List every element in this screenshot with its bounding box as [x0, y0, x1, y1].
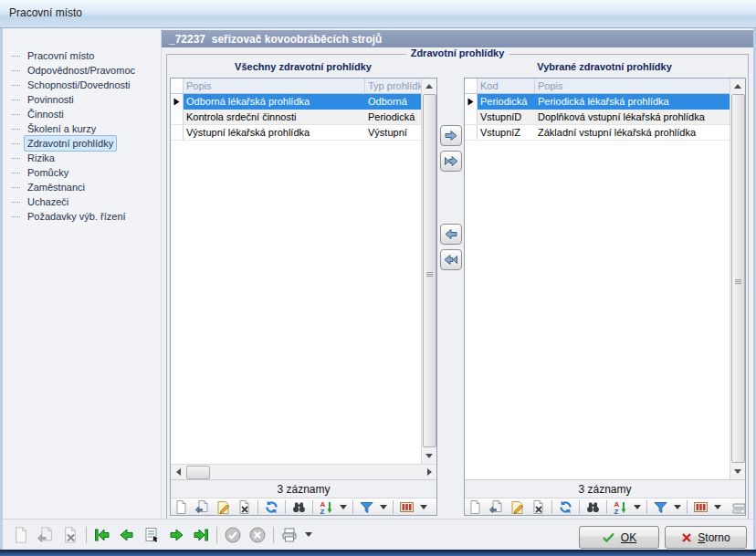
search-binoculars-icon[interactable] [291, 499, 307, 515]
table-row[interactable]: VstupníD Doplňková vstupní lékařská proh… [465, 110, 745, 125]
edit-record-icon[interactable] [509, 499, 525, 515]
column-header-popis[interactable]: Popis [535, 79, 745, 93]
all-checkups-panel: Popis Typ prohlídky Odborná lékařská pro… [170, 78, 437, 516]
filter-dropdown-arrow[interactable] [674, 505, 681, 509]
scrollbar-thumb[interactable] [423, 94, 436, 447]
column-header-typ-prohlidky[interactable]: Typ prohlídky [365, 79, 424, 93]
sidebar-item-uchazeci[interactable]: Uchazeči [12, 194, 159, 209]
print-dropdown-arrow[interactable] [305, 532, 312, 537]
tree-dash [12, 202, 20, 203]
move-selected-right-button[interactable] [440, 125, 462, 146]
delete-record-icon[interactable] [530, 499, 546, 515]
next-record-icon[interactable] [167, 526, 185, 544]
move-selected-left-button[interactable] [440, 224, 462, 245]
move-all-right-button[interactable] [440, 151, 462, 172]
sort-az-icon[interactable]: AZ [319, 499, 334, 515]
sidebar-item-odpovednost[interactable]: Odpovědnost/Pravomoc [12, 63, 159, 78]
sidebar-item-skoleni[interactable]: Školení a kurzy [12, 121, 159, 136]
sidebar-item-schopnosti[interactable]: Schopnosti/Dovednosti [12, 78, 159, 92]
storno-x-icon [681, 532, 692, 543]
new-record-icon[interactable] [173, 499, 189, 515]
toolbar-separator [579, 500, 580, 514]
delete-record-icon[interactable] [61, 526, 79, 544]
refresh-icon[interactable] [558, 499, 573, 515]
sort-az-icon[interactable]: AZ [613, 499, 628, 515]
table-row[interactable]: Výstupní lékařská prohlídka Výstupní [171, 125, 436, 141]
filter-dropdown-arrow[interactable] [380, 505, 387, 509]
sidebar-item-cinnosti[interactable]: Činnosti [12, 107, 159, 121]
toolbar-separator [257, 500, 258, 514]
current-row-marker [171, 94, 184, 110]
first-record-icon[interactable] [93, 526, 111, 544]
scrollbar-thumb[interactable] [186, 466, 210, 479]
columns-dropdown-arrow[interactable] [714, 505, 721, 509]
sort-dropdown-arrow[interactable] [340, 505, 347, 509]
refresh-icon[interactable] [264, 499, 279, 515]
tree-dash [12, 100, 20, 100]
filter-icon[interactable] [359, 499, 374, 515]
table-row[interactable]: VstupníZ Základní vstupní lékařská prohl… [465, 125, 745, 141]
horizontal-scrollbar[interactable] [171, 464, 436, 479]
search-binoculars-icon[interactable] [585, 499, 601, 515]
cancel-record-icon[interactable] [248, 526, 267, 544]
column-settings-icon[interactable] [693, 499, 709, 515]
vertical-scrollbar[interactable] [421, 79, 436, 464]
scrollbar-thumb[interactable] [731, 94, 745, 463]
workplace-window: Pracovní místo Pracovní místo Odpovědnos… [0, 0, 756, 556]
last-record-icon[interactable] [192, 526, 210, 544]
record-count-status: 3 záznamy [465, 479, 745, 498]
sidebar-item-pozadavky[interactable]: Požadavky výb. řízení [12, 209, 159, 224]
sidebar-item-zamestnanci[interactable]: Zaměstnanci [12, 180, 159, 194]
sidebar-item-pracovni-misto[interactable]: Pracovní místo [12, 48, 159, 63]
insert-record-icon[interactable] [37, 526, 55, 544]
titlebar[interactable]: Pracovní místo [0, 0, 756, 28]
table-row[interactable]: Kontrola srdeční činnosti Periodická [171, 110, 436, 125]
ok-button[interactable]: OK [579, 526, 659, 549]
vertical-scrollbar[interactable] [730, 79, 745, 479]
scroll-down-button[interactable] [730, 464, 745, 478]
tree-dash [12, 143, 20, 144]
arrow-right-icon [444, 130, 458, 142]
current-row-marker [465, 94, 478, 110]
previous-record-icon[interactable] [118, 526, 136, 544]
columns-dropdown-arrow[interactable] [420, 505, 427, 509]
scroll-left-button[interactable] [171, 465, 185, 479]
scroll-up-button[interactable] [422, 79, 436, 93]
sidebar-nav: Pracovní místo Odpovědnost/Pravomoc Scho… [12, 48, 159, 224]
tree-dash [12, 70, 20, 71]
accept-record-icon[interactable] [224, 526, 242, 544]
toolbar-separator [216, 527, 217, 543]
toolbar-separator [606, 500, 607, 514]
move-all-left-button[interactable] [440, 249, 462, 270]
edit-record-icon[interactable] [215, 499, 231, 515]
scroll-right-button[interactable] [422, 465, 436, 479]
toolbar-separator [352, 500, 353, 514]
table-row[interactable]: Periodická Periodická lékařská prohlídka [465, 94, 745, 110]
column-settings-icon[interactable] [399, 499, 415, 515]
table-row[interactable]: Odborná lékařská prohlídka Odborná [171, 94, 436, 110]
insert-record-icon[interactable] [488, 499, 504, 515]
toolbar-separator [273, 527, 274, 543]
sort-dropdown-arrow[interactable] [634, 505, 641, 509]
record-list-icon[interactable] [142, 526, 161, 544]
sidebar-item-pomucky[interactable]: Pomůcky [12, 165, 159, 180]
print-icon[interactable] [280, 526, 299, 544]
scroll-up-button[interactable] [730, 79, 745, 93]
new-record-icon[interactable] [12, 526, 30, 544]
delete-record-icon[interactable] [236, 499, 252, 515]
summary-icon[interactable] [731, 501, 745, 515]
column-header-kod[interactable]: Kod [478, 79, 535, 93]
new-record-icon[interactable] [467, 499, 483, 515]
row-pointer-icon [467, 98, 474, 106]
sidebar-item-zdravotni-prohlidky[interactable]: Zdravotní prohlídky [12, 136, 159, 151]
row-pointer-icon [173, 98, 180, 106]
sidebar-item-povinnosti[interactable]: Povinnosti [12, 92, 159, 107]
filter-icon[interactable] [653, 499, 668, 515]
column-header-popis[interactable]: Popis [184, 79, 365, 93]
sidebar-item-rizika[interactable]: Rizika [12, 151, 159, 165]
arrow-left-icon [444, 228, 458, 240]
toolbar-separator [86, 527, 87, 543]
storno-button[interactable]: Storno [665, 526, 747, 549]
insert-record-icon[interactable] [194, 499, 210, 515]
scroll-down-button[interactable] [422, 448, 436, 463]
